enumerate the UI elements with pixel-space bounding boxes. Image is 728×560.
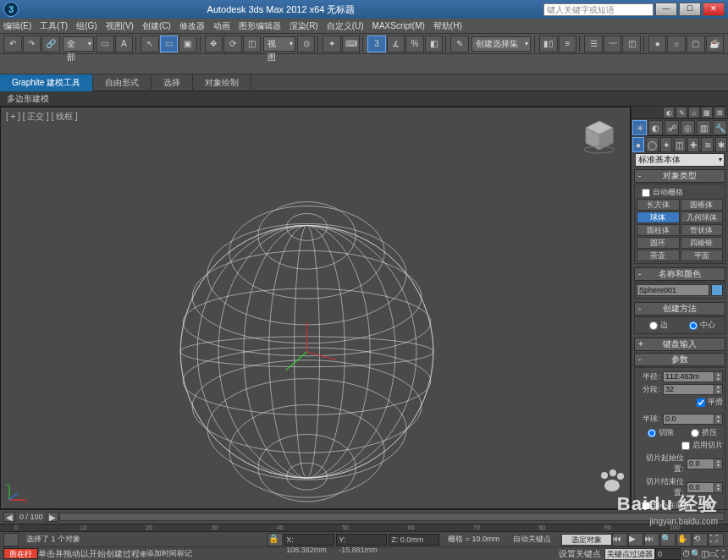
pivot-button[interactable]: ⊙ [297,36,316,52]
ribbon-tab-graphite[interactable]: Graphite 建模工具 [0,74,93,91]
panel-util-3[interactable]: ☼ [688,107,700,118]
tab-display[interactable]: ▥ [697,120,711,135]
viewport-label[interactable]: [ + ] [ 正交 ] [ 线框 ] [6,111,78,123]
window-crossing-button[interactable]: ▣ [179,36,197,52]
key-target-dropdown[interactable]: 选定对象 [561,534,612,546]
type-tube[interactable]: 管状体 [681,224,724,236]
nav-fov-button[interactable]: ◫ [701,549,709,558]
time-slider[interactable]: ◀ 0 / 100 ▶ [0,510,728,524]
subtab-cameras[interactable]: ◫ [674,137,686,152]
mini-listener-button[interactable] [3,533,19,546]
now-pill[interactable]: 所在行 [3,548,38,559]
menu-edit[interactable]: 编辑(E) [3,20,31,32]
nav-zoom2-button[interactable]: 🔍 [691,549,701,558]
minimize-button[interactable]: — [655,3,677,16]
tab-create[interactable]: ✳ [632,120,647,135]
tab-utilities[interactable]: 🔧 [713,120,727,135]
tab-hierarchy[interactable]: ☍ [665,120,679,135]
maximize-button[interactable]: ☐ [679,3,701,16]
type-torus[interactable]: 圆环 [637,237,680,249]
subtab-systems[interactable]: ✱ [715,137,727,152]
layer-manager-button[interactable]: ☰ [584,36,603,52]
menu-group[interactable]: 组(G) [76,20,97,32]
ribbon-tab-selection[interactable]: 选择 [152,74,193,91]
menu-create[interactable]: 创建(C) [142,20,171,32]
rollout-create-method[interactable]: 创建方法 [634,302,725,316]
named-sel-button[interactable]: ✎ [450,36,469,52]
move-button[interactable]: ✥ [205,36,223,52]
slice-to-spinner[interactable]: 0.0▴▾ [687,482,723,493]
tab-motion[interactable]: ◎ [681,120,695,135]
menu-customize[interactable]: 自定义(U) [327,20,364,32]
selection-filter-dropdown[interactable]: 全部 [63,36,95,52]
ribbon-tab-freeform[interactable]: 自由形式 [93,74,152,91]
rollout-keyboard-entry[interactable]: 键盘输入 [634,338,725,351]
tab-modify[interactable]: ◐ [648,120,663,135]
close-button[interactable]: ✕ [703,3,725,16]
play-button[interactable]: ▶ [628,533,643,546]
help-search-input[interactable]: 键入关键字或短语 [543,3,654,16]
named-selection-dropdown[interactable]: 创建选择集 [472,36,532,52]
coord-z[interactable]: Z: 0.0mm [389,534,439,546]
ribbon-tab-objectpaint[interactable]: 对象绘制 [193,74,251,91]
menu-maxscript[interactable]: MAXScript(M) [372,21,425,30]
radio-chop[interactable] [648,429,656,437]
category-dropdown[interactable]: 标准基本体 [635,153,725,167]
slice-on-checkbox[interactable] [681,442,690,450]
nav-max2-button[interactable]: ⛶ [716,549,725,558]
nav-max-button[interactable]: ⛶ [709,533,724,546]
angle-snap-button[interactable]: ∡ [387,36,405,52]
viewport[interactable]: [ + ] [ 正交 ] [ 线框 ] [0,107,631,509]
radio-squash[interactable] [691,429,699,437]
radio-center[interactable] [689,321,698,330]
type-box[interactable]: 长方体 [637,199,680,211]
panel-util-4[interactable]: ▦ [701,107,713,118]
subtab-geometry[interactable]: ● [632,137,644,152]
type-cylinder[interactable]: 圆柱体 [637,224,680,236]
menu-animation[interactable]: 动画 [213,20,230,32]
type-plane[interactable]: 平面 [681,250,724,261]
add-time-label[interactable]: 添加时间标记 [146,548,192,559]
key-filters-button[interactable]: 关键点过滤器 [604,548,655,560]
nav-region-button[interactable]: ▭ [709,549,716,558]
render-setup-button[interactable]: ☼ [667,36,686,52]
type-pyramid[interactable]: 四棱锥 [681,237,724,249]
render-button[interactable]: ☕ [706,36,725,52]
current-frame-input[interactable]: 0 [655,548,681,560]
hemisphere-spinner[interactable]: 0.0▴▾ [663,414,723,425]
panel-util-2[interactable]: ✎ [676,107,687,118]
menu-modifiers[interactable]: 修改器 [179,20,205,32]
nav-pan-button[interactable]: ✋ [676,533,692,546]
viewcube[interactable] [581,118,618,155]
base-pivot-checkbox[interactable] [642,502,650,510]
menu-graph-editors[interactable]: 图形编辑器 [239,20,281,32]
radius-spinner[interactable]: 112.463m▴▾ [663,371,723,382]
snap-toggle-button[interactable]: 3 [367,36,386,52]
rendered-frame-button[interactable]: ▢ [687,36,705,52]
nav-orbit-button[interactable]: ⟲ [692,533,708,546]
panel-util-5[interactable]: ⊞ [714,107,725,118]
undo-button[interactable]: ↶ [3,36,22,52]
type-sphere[interactable]: 球体 [637,211,680,223]
subtab-shapes[interactable]: ◯ [646,137,658,152]
manipulate-button[interactable]: ✦ [323,36,341,52]
scale-button[interactable]: ◫ [243,36,262,52]
align-button[interactable]: ≡ [559,36,577,52]
keyboard-shortcut-button[interactable]: ⌨ [342,36,361,52]
schematic-view-button[interactable]: ◫ [622,36,641,52]
object-color-swatch[interactable] [711,284,723,296]
ribbon-panel-label[interactable]: 多边形建模 [0,91,728,107]
time-tag-button[interactable]: ⊕ [140,549,146,558]
coord-x[interactable]: X: 108.382mm [284,534,334,546]
panel-util-1[interactable]: ◐ [663,107,675,118]
time-ruler[interactable]: 0 10 20 30 40 50 60 70 80 90 100 [0,524,728,532]
rect-select-button[interactable]: ▭ [160,36,179,52]
time-left-icon[interactable]: ◀ [3,512,15,522]
material-editor-button[interactable]: ● [648,36,667,52]
link-button[interactable]: 🔗 [41,36,60,52]
mirror-button[interactable]: ▮▯ [539,36,558,52]
select-button[interactable]: ▭ [96,36,114,52]
rollout-object-type[interactable]: 对象类型 [634,169,725,183]
smooth-checkbox[interactable] [697,398,705,407]
type-geosphere[interactable]: 几何球体 [681,211,724,223]
